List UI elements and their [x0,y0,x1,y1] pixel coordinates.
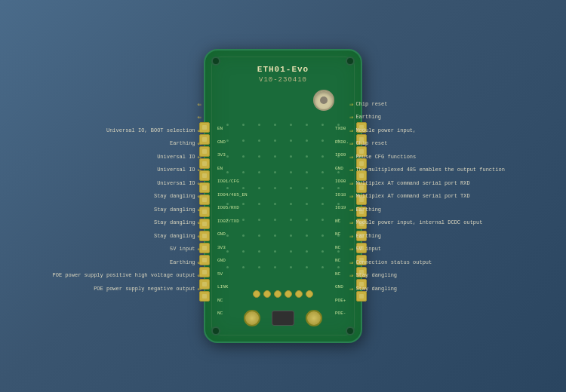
left-label-row-2: Universal IO, BOOT selection⇐ [0,124,204,137]
poe-pad-4 [295,290,303,298]
left-label-row-13: POE power supply positive high voltage o… [0,268,204,282]
pcb-right-label-6: IO05/RXD [217,201,248,215]
right-labels-container: ⇒Chip reset⇒Earthing⇒Module power input,… [347,97,566,296]
right-arrow-6: ⇒ [349,179,353,187]
right-label-row-11: ⇒5V input [347,242,566,256]
left-label-desc-11: 5V input [170,246,195,252]
right-label-desc-10: Earthing [355,233,381,239]
right-label-row-8: ⇒Earthing [347,203,566,216]
right-label-desc-5: The multiplexed 485 enables the output f… [355,167,504,173]
left-arrow-8: ⇐ [198,206,201,213]
right-label-desc-6: Multiplex AT command serial port RXD [355,180,469,186]
pcb-left-label-13: POE+ [335,294,349,308]
poe-pad-2 [274,290,281,298]
right-label-row-5: ⇒The multiplexed 485 enables the output … [347,163,566,176]
left-labels-container: ⇐⇐Universal IO, BOOT selection⇐Earthing⇐… [0,97,204,296]
left-label-desc-14: POE power supply negative output [94,286,195,292]
right-label-desc-4: Reuse CFG functions [355,154,416,160]
capacitor-right [306,310,322,326]
left-arrow-11: ⇐ [198,245,201,253]
pcb-right-label-3: EN [217,162,248,176]
left-label-row-11: 5V input⇐ [0,242,204,256]
left-label-desc-10: Stay dangling [154,233,195,239]
right-label-desc-9: Module power input, internal DCDC output [355,219,482,225]
left-arrow-0: ⇐ [198,100,201,108]
right-label-desc-3: Chip reset [355,140,387,146]
bottom-components [244,310,322,326]
right-arrow-3: ⇒ [349,139,353,147]
left-label-row-9: Stay dangling⇐ [0,216,204,229]
right-arrow-11: ⇒ [349,245,353,253]
poe-pad-5 [306,290,313,298]
left-label-row-6: Universal IO⇐ [0,176,204,190]
left-label-row-12: Earthing⇐ [0,256,204,269]
ic-chip [272,311,294,326]
poe-pads [253,290,313,298]
pcb-right-label-2: 3V3 [217,149,248,162]
board-title-line2: V10-230410 [257,75,309,85]
left-arrow-5: ⇐ [198,166,201,173]
corner-hole-br [346,326,355,335]
left-arrow-9: ⇐ [198,219,201,226]
right-label-row-12: ⇒Connection status output [347,256,566,269]
pcb-right-label-8: GND [217,228,248,241]
left-arrow-13: ⇐ [198,271,201,279]
left-label-desc-12: Earthing [170,259,195,265]
pcb-right-label-13: NC [217,294,248,308]
left-arrow-7: ⇐ [198,192,201,200]
left-arrow-6: ⇐ [198,179,201,187]
left-label-desc-8: Stay dangling [154,207,195,213]
left-label-desc-4: Universal IO [157,154,195,160]
right-arrow-5: ⇒ [349,166,353,173]
left-label-row-7: Stay dangling⇐ [0,189,204,203]
left-arrow-10: ⇐ [198,232,201,240]
right-label-row-3: ⇒Chip reset [347,136,566,150]
right-label-row-6: ⇒Multiplex AT command serial port RXD [347,176,566,190]
left-label-desc-3: Earthing [170,140,195,146]
pcb-right-label-14: NC [217,307,248,320]
pcb-right-label-0: EN [217,122,248,136]
pcb-right-label-9: 3V3 [217,241,248,255]
corner-hole-tl [211,57,220,66]
pcb-right-label-4: IO01/CFG [217,175,248,188]
right-label-desc-12: Connection status output [355,259,432,265]
right-arrow-7: ⇒ [349,192,353,200]
right-label-desc-13: Stay dangling [355,272,397,278]
capacitor-left [244,310,260,326]
pcb-right-labels: EN GND 3V3 EN IO01/CFG IO04/485_EN IO05/… [217,122,248,320]
pcb-right-label-10: GND [217,254,248,268]
right-arrow-10: ⇒ [349,232,353,240]
main-scene: ETH01-Evo V10-230410 // Will be rendered… [0,0,566,392]
left-label-row-8: Stay dangling⇐ [0,203,204,216]
usb-connector [313,90,334,111]
left-label-row-5: Universal IO⇐ [0,163,204,176]
right-arrow-14: ⇒ [349,285,353,292]
pcb-right-label-12: LINK [217,280,248,294]
left-arrow-4: ⇐ [198,153,201,161]
left-arrow-12: ⇐ [198,259,201,266]
left-arrow-3: ⇐ [198,139,201,147]
pcb-right-label-1: GND [217,136,248,149]
pcb-right-label-7: IO02/TXD [217,215,248,228]
right-label-desc-1: Earthing [355,114,381,120]
right-arrow-12: ⇒ [349,259,353,266]
left-arrow-2: ⇐ [198,127,201,134]
right-label-desc-14: Stay dangling [355,286,397,292]
poe-pad-0 [253,290,260,298]
right-arrow-1: ⇒ [349,113,353,121]
right-arrow-0: ⇒ [349,100,353,108]
left-label-desc-6: Universal IO [157,180,195,186]
right-label-row-9: ⇒Module power input, internal DCDC outpu… [347,216,566,229]
right-label-desc-2: Module power input, [355,127,416,133]
poe-pad-3 [285,290,292,298]
right-arrow-13: ⇒ [349,271,353,279]
pcb-left-label-14: POE- [335,307,349,320]
right-label-desc-7: Multiplex AT command serial port TXD [355,193,469,199]
left-label-row-4: Universal IO⇐ [0,150,204,164]
corner-hole-tr [346,57,355,66]
right-label-row-10: ⇒Earthing [347,229,566,243]
left-label-row-0: ⇐ [0,97,204,111]
left-arrow-1: ⇐ [198,113,201,121]
right-label-row-14: ⇒Stay dangling [347,282,566,296]
left-label-desc-7: Stay dangling [154,193,195,199]
